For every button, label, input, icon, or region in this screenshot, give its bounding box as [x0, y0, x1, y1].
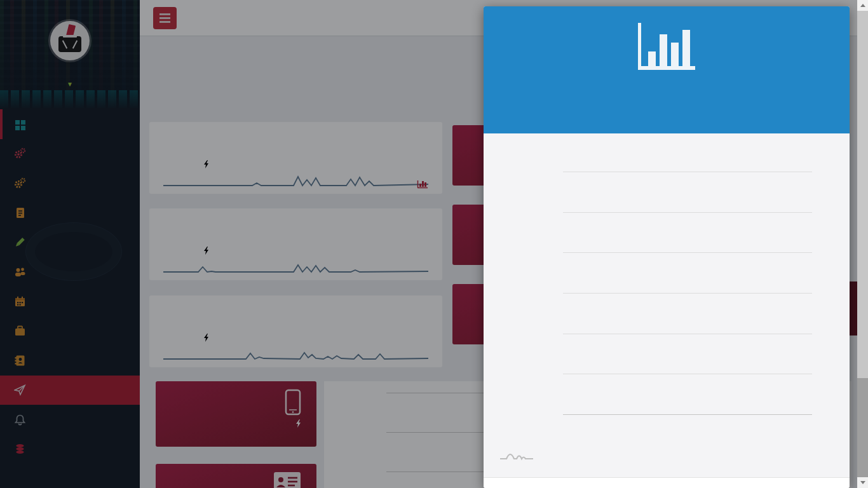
- scrollbar-thumb[interactable]: [857, 11, 868, 378]
- page-scrollbar: [857, 0, 868, 488]
- scroll-up-button[interactable]: [857, 0, 868, 11]
- wave-logo-icon: [499, 446, 536, 463]
- bar-chart-icon: [638, 23, 695, 74]
- scroll-down-button[interactable]: [857, 477, 868, 488]
- age-group-modal: [484, 6, 850, 488]
- modal-footer: [484, 477, 850, 488]
- modal-header: [484, 6, 850, 133]
